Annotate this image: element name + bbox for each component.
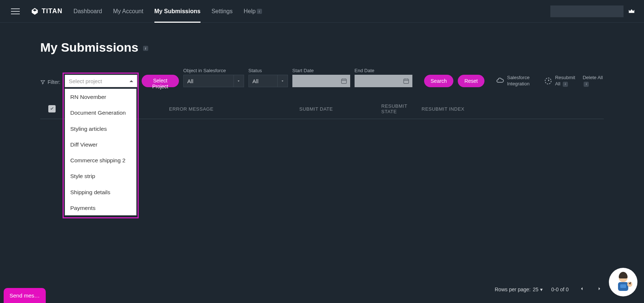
crown-icon[interactable] xyxy=(628,8,635,15)
end-date-input[interactable] xyxy=(355,75,412,87)
col-error-message: ERROR MESSAGE xyxy=(169,106,299,112)
caret-up-icon xyxy=(130,80,133,82)
calendar-icon xyxy=(341,78,347,84)
resubmit-all-link[interactable]: Resubmit All i xyxy=(544,75,579,87)
project-option[interactable]: Diff Viewer xyxy=(65,137,136,152)
project-option[interactable]: Style strip xyxy=(65,168,136,184)
prev-page-button[interactable] xyxy=(577,284,586,294)
project-option[interactable]: Shipping details xyxy=(65,184,136,200)
project-option[interactable]: Payments xyxy=(65,200,136,215)
send-message-button[interactable]: Send mes… xyxy=(4,288,46,303)
object-label: Object in Salesforce xyxy=(183,68,244,73)
info-icon: i xyxy=(584,82,589,87)
delete-all-link[interactable]: Delete All i xyxy=(583,75,604,87)
project-option[interactable]: Commerce shipping 2 xyxy=(65,152,136,168)
refresh-icon xyxy=(544,77,552,85)
header-search[interactable] xyxy=(550,5,624,17)
nav-settings[interactable]: Settings xyxy=(211,1,233,22)
start-date-input[interactable] xyxy=(292,75,350,87)
nav-dashboard[interactable]: Dashboard xyxy=(74,1,102,22)
project-option[interactable]: Document Generation xyxy=(65,105,136,121)
info-icon: i xyxy=(563,82,568,87)
calendar-icon xyxy=(403,78,409,84)
page-range: 0-0 of 0 xyxy=(551,287,569,292)
page-size-select[interactable]: 25 ▾ xyxy=(533,287,542,292)
col-submit-date: SUBMIT DATE xyxy=(299,106,381,112)
filter-icon xyxy=(40,80,45,85)
status-select[interactable]: All xyxy=(248,75,278,87)
object-select[interactable]: All xyxy=(183,75,234,87)
chevron-down-icon[interactable] xyxy=(278,75,288,87)
col-resubmit-state: RESUBMIT STATE xyxy=(381,103,422,114)
start-date-label: Start Date xyxy=(292,68,350,73)
status-label: Status xyxy=(248,68,288,73)
reset-button[interactable]: Reset xyxy=(458,75,484,87)
project-select[interactable]: Select project xyxy=(65,75,137,87)
project-dropdown[interactable]: RN November Document Generation Styling … xyxy=(65,89,136,215)
nav-submissions[interactable]: My Submissions xyxy=(154,1,201,22)
project-option[interactable]: RN November xyxy=(65,89,136,105)
menu-icon[interactable] xyxy=(9,6,22,16)
page-title: My Submissions i xyxy=(40,40,604,55)
select-project-button[interactable]: Select Project xyxy=(142,75,179,87)
info-icon[interactable]: i xyxy=(143,46,148,51)
svg-rect-4 xyxy=(404,79,409,84)
brand-text: TITAN xyxy=(42,7,63,15)
project-placeholder: Select project xyxy=(69,78,102,84)
check-icon xyxy=(49,106,55,111)
col-resubmit-index: RESUBMIT INDEX xyxy=(422,106,465,112)
chevron-down-icon[interactable] xyxy=(234,75,244,87)
mascot-chat-icon[interactable] xyxy=(609,268,637,296)
svg-rect-0 xyxy=(341,79,347,84)
svg-rect-11 xyxy=(620,284,626,288)
brand-logo[interactable]: TITAN xyxy=(31,7,63,15)
nav-help[interactable]: Helpi xyxy=(244,1,262,22)
logo-icon xyxy=(31,7,39,15)
salesforce-integration-link[interactable]: Salesforce Integration xyxy=(496,75,540,87)
project-option[interactable]: Styling articles xyxy=(65,121,136,137)
nav-account[interactable]: My Account xyxy=(113,1,143,22)
filter-label: Filter: xyxy=(40,79,60,87)
pagination: Rows per page: 25 ▾ 0-0 of 0 xyxy=(495,284,604,294)
next-page-button[interactable] xyxy=(595,284,604,294)
select-all-checkbox[interactable] xyxy=(48,105,56,112)
info-icon: i xyxy=(257,9,262,14)
end-date-label: End Date xyxy=(355,68,412,73)
search-button[interactable]: Search xyxy=(424,75,453,87)
rows-per-page-label: Rows per page: xyxy=(495,287,531,292)
cloud-icon xyxy=(496,77,504,85)
svg-point-12 xyxy=(627,282,632,287)
